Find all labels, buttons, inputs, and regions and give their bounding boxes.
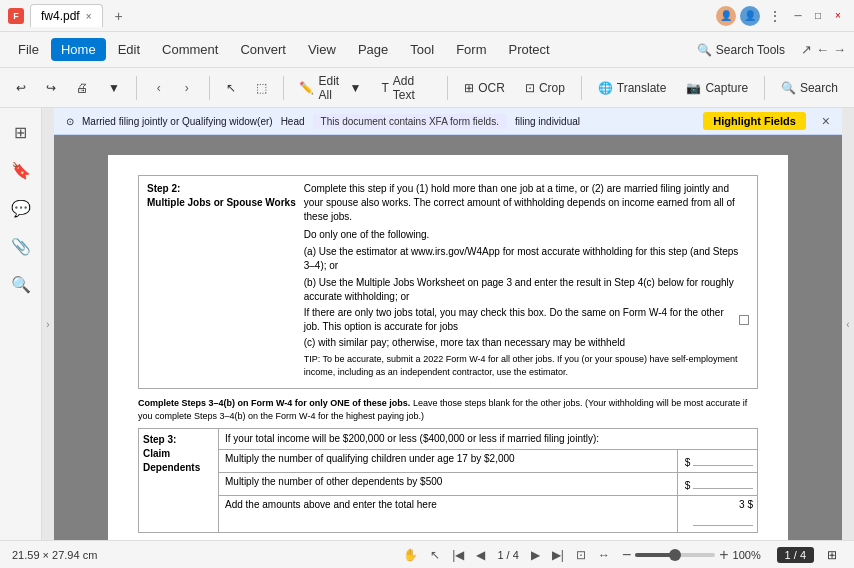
zoom-in-btn[interactable]: + <box>719 546 728 564</box>
fullscreen-btn[interactable]: ⊞ <box>822 545 842 565</box>
undo-btn[interactable]: ↩ <box>8 77 34 99</box>
sidebar-comment-btn[interactable]: 💬 <box>5 192 37 224</box>
menu-protect[interactable]: Protect <box>498 38 559 61</box>
step3-line1-input-cell: $ <box>678 450 758 473</box>
step2-title: Multiple Jobs or Spouse Works <box>147 196 296 210</box>
toolbar-divider-3 <box>283 76 284 100</box>
back-nav-icon[interactable]: ← <box>816 42 829 57</box>
first-page-btn[interactable]: |◀ <box>448 546 468 564</box>
title-bar-controls: 👤 👤 ⋮ ─ □ × <box>716 6 846 26</box>
highlight-fields-btn[interactable]: Highlight Fields <box>703 112 806 130</box>
tab-filename: fw4.pdf <box>41 9 80 23</box>
search-tools-label: Search Tools <box>716 43 785 57</box>
cursor-tool-btn[interactable]: ↖ <box>426 546 444 564</box>
close-btn[interactable]: × <box>830 8 846 24</box>
notification-head: Head <box>281 116 305 127</box>
document-tab[interactable]: fw4.pdf × <box>30 4 103 27</box>
sidebar: ⊞ 🔖 💬 📎 🔍 <box>0 108 42 540</box>
nav-fwd-btn[interactable]: › <box>173 74 201 102</box>
restore-btn[interactable]: □ <box>810 8 826 24</box>
add-text-btn[interactable]: T Add Text <box>373 70 439 106</box>
ocr-label: OCR <box>478 81 505 95</box>
step3-income-cell: If your total income will be $200,000 or… <box>219 429 758 450</box>
print-btn[interactable]: 🖨 <box>68 77 96 99</box>
nav-back-btn[interactable]: ‹ <box>145 74 173 102</box>
crop-btn[interactable]: ⊡ Crop <box>517 77 573 99</box>
user-avatar[interactable]: 👤 <box>716 6 736 26</box>
new-tab-btn[interactable]: + <box>109 6 129 26</box>
dropdown-icon: ▼ <box>108 81 120 95</box>
step3-input-2[interactable] <box>693 475 753 489</box>
menu-page[interactable]: Page <box>348 38 398 61</box>
notification-close-btn[interactable]: × <box>822 113 830 129</box>
zoom-slider-thumb[interactable] <box>669 549 681 561</box>
fit-page-btn[interactable]: ⊡ <box>572 546 590 564</box>
ocr-icon: ⊞ <box>464 81 474 95</box>
menu-convert[interactable]: Convert <box>230 38 296 61</box>
external-link-icon[interactable]: ↗ <box>801 42 812 57</box>
ocr-btn[interactable]: ⊞ OCR <box>456 77 513 99</box>
step3-row1: Multiply the number of qualifying childr… <box>139 450 758 473</box>
title-bar-left: F fw4.pdf × + <box>8 4 716 27</box>
step3-input-3[interactable] <box>693 512 753 526</box>
step2-b-intro: (b) Use the Multiple Jobs Worksheet on p… <box>304 276 749 304</box>
add-text-label: Add Text <box>393 74 432 102</box>
menu-comment[interactable]: Comment <box>152 38 228 61</box>
menu-form[interactable]: Form <box>446 38 496 61</box>
cursor-icon: ↖ <box>226 81 236 95</box>
hand-tool-btn[interactable]: ✋ <box>399 546 422 564</box>
sidebar-bookmark-btn[interactable]: 🔖 <box>5 154 37 186</box>
step2-b-note-row: If there are only two jobs total, you ma… <box>304 306 749 334</box>
zoom-level: 100% <box>733 549 769 561</box>
notification-text3: filing individual <box>515 116 580 127</box>
sidebar-attachment-btn[interactable]: 📎 <box>5 230 37 262</box>
more-options-btn[interactable]: ⋮ <box>764 8 786 24</box>
dollar-sign-3: $ <box>747 499 753 510</box>
search-tools-icon: 🔍 <box>697 43 712 57</box>
fwd-nav-icon[interactable]: → <box>833 42 846 57</box>
prev-page-btn[interactable]: ◀ <box>472 546 489 564</box>
redo-btn[interactable]: ↪ <box>38 77 64 99</box>
step3-input-1[interactable] <box>693 452 753 466</box>
zoom-out-btn[interactable]: − <box>622 546 631 564</box>
sidebar-search-btn[interactable]: 🔍 <box>5 268 37 300</box>
menu-view[interactable]: View <box>298 38 346 61</box>
last-page-btn[interactable]: ▶| <box>548 546 568 564</box>
menu-tool[interactable]: Tool <box>400 38 444 61</box>
tab-close-btn[interactable]: × <box>86 11 92 22</box>
checkbox-two-jobs[interactable] <box>739 315 749 325</box>
step2-header-row: Step 2: Multiple Jobs or Spouse Works Co… <box>147 182 749 378</box>
page-info: 1 / 4 <box>493 549 522 561</box>
step3-row2: Multiply the number of other dependents … <box>139 473 758 496</box>
xfa-notice: This document contains XFA form fields. <box>313 114 507 129</box>
minimize-btn[interactable]: ─ <box>790 8 806 24</box>
sidebar-pages-btn[interactable]: ⊞ <box>5 116 37 148</box>
redo-icon: ↪ <box>46 81 56 95</box>
step2-do: Do only one of the following. <box>304 228 749 242</box>
user-avatar-2[interactable]: 👤 <box>740 6 760 26</box>
select-btn[interactable]: ⬚ <box>248 77 275 99</box>
zoom-slider[interactable] <box>635 553 715 557</box>
step2-a: (a) Use the estimator at www.irs.gov/W4A… <box>304 245 749 273</box>
dollar-sign-2: $ <box>685 480 691 491</box>
cursor-btn[interactable]: ↖ <box>218 77 244 99</box>
search-tools-btn[interactable]: 🔍 Search Tools <box>689 39 793 61</box>
capture-btn[interactable]: 📷 Capture <box>678 77 756 99</box>
notification-text1: ⊙ <box>66 116 74 127</box>
nav-group: ‹ › <box>145 74 201 102</box>
right-panel-handle[interactable]: ‹ <box>842 108 854 540</box>
dropdown-btn[interactable]: ▼ <box>100 77 128 99</box>
menu-edit[interactable]: Edit <box>108 38 150 61</box>
menu-home[interactable]: Home <box>51 38 106 61</box>
search-btn[interactable]: 🔍 Search <box>773 77 846 99</box>
edit-all-btn[interactable]: ✏️ Edit All ▼ <box>291 70 369 106</box>
translate-btn[interactable]: 🌐 Translate <box>590 77 675 99</box>
page-dimensions: 21.59 × 27.94 cm <box>12 549 97 561</box>
step3-line3-num: 3 <box>739 499 745 510</box>
next-page-btn[interactable]: ▶ <box>527 546 544 564</box>
step2-section: Step 2: Multiple Jobs or Spouse Works Co… <box>138 175 758 389</box>
menu-file[interactable]: File <box>8 38 49 61</box>
pdf-area: ⊙ Married filing jointly or Qualifying w… <box>54 108 842 540</box>
fit-width-btn[interactable]: ↔ <box>594 546 614 564</box>
left-panel-handle[interactable]: › <box>42 108 54 540</box>
